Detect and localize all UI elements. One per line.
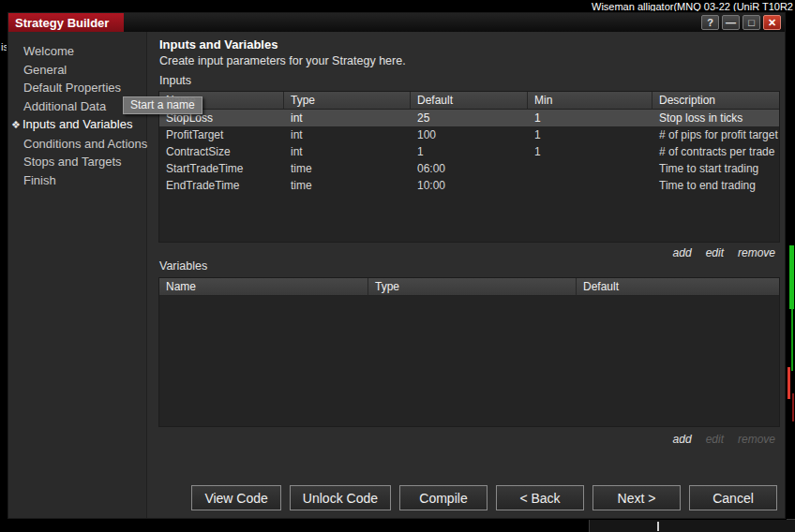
cell-default: 100 [411, 126, 528, 143]
compile-button[interactable]: Compile [399, 485, 488, 510]
chart-fragment-red-line [788, 367, 790, 399]
unlock-code-button[interactable]: Unlock Code [290, 485, 391, 510]
cell-min: 1 [528, 143, 652, 160]
maximize-button[interactable]: □ [742, 15, 760, 30]
chart-fragment-green-line [791, 309, 793, 371]
background-chart-title: Wiseman alligator(MNQ 03-22 (UniR T10R2 [592, 1, 793, 12]
variables-add-link[interactable]: add [673, 433, 692, 446]
sidebar-item-general[interactable]: General [8, 61, 146, 80]
cell-description: Stop loss in ticks [652, 110, 779, 126]
sidebar-item-default-properties[interactable]: Default Properties [8, 79, 146, 97]
variables-actions: add edit remove [673, 433, 775, 446]
sidebar-item-label: Inputs and Variables [22, 117, 133, 131]
cell-description: # of contracts per trade [652, 143, 779, 160]
column-header-type[interactable]: Type [284, 92, 411, 110]
sidebar-item-welcome[interactable]: Welcome [8, 42, 146, 61]
cell-type: time [284, 160, 411, 177]
chart-fragment-darkred-line [792, 393, 794, 421]
variables-remove-link: remove [738, 433, 775, 446]
help-button[interactable]: ? [701, 15, 719, 30]
variables-section-label: Variables [159, 259, 207, 273]
column-header-type[interactable]: Type [368, 278, 577, 296]
cell-description: Time to start trading [652, 160, 779, 177]
column-header-min[interactable]: Min [528, 92, 652, 110]
name-field-tooltip: Start a name [123, 96, 202, 114]
cell-name: EndTradeTime [159, 177, 284, 194]
table-row-profittarget[interactable]: ProfitTarget int 100 1 # of pips for pro… [159, 126, 779, 143]
page-subtitle: Create input parameters for your Strateg… [159, 54, 406, 67]
cell-type: int [284, 126, 411, 143]
variables-table: Name Type Default [158, 277, 780, 427]
cell-default: 1 [411, 143, 528, 160]
view-code-button[interactable]: View Code [191, 485, 280, 510]
cell-min [528, 177, 652, 194]
inputs-remove-link[interactable]: remove [738, 246, 775, 259]
column-header-default[interactable]: Default [577, 278, 779, 296]
inputs-add-link[interactable]: add [673, 246, 692, 259]
next-button[interactable]: Next > [592, 485, 681, 510]
cell-min: 1 [528, 110, 652, 126]
inputs-section-label: Inputs [159, 74, 191, 87]
page-title: Inputs and Variables [159, 37, 278, 52]
minimize-button[interactable]: — [722, 15, 740, 30]
variables-table-header: Name Type Default [159, 278, 779, 296]
cell-default: 06:00 [411, 160, 528, 177]
wizard-button-row: View Code Unlock Code Compile < Back Nex… [191, 485, 777, 510]
cell-name: StartTradeTime [159, 160, 284, 177]
cell-type: int [284, 143, 411, 160]
window-title: Strategy Builder [8, 13, 124, 32]
cell-type: int [284, 110, 411, 126]
inputs-table-header: Name Type Default Min Description [159, 92, 779, 110]
table-row-stoploss[interactable]: StopLoss int 25 1 Stop loss in ticks [159, 110, 779, 126]
back-button[interactable]: < Back [496, 485, 584, 510]
strategy-builder-window: Strategy Builder ? — □ ✕ Welcome General… [8, 12, 786, 519]
cell-type: time [284, 177, 411, 194]
sidebar-item-finish[interactable]: Finish [8, 171, 146, 190]
wizard-content: Inputs and Variables Create input parame… [148, 32, 785, 518]
sidebar-item-inputs-and-variables[interactable]: ❖Inputs and Variables [8, 115, 146, 135]
column-header-name[interactable]: Name [159, 278, 368, 296]
background-bottom-tick [657, 522, 659, 531]
table-row-contractsize[interactable]: ContractSize int 1 1 # of contracts per … [159, 143, 779, 160]
active-step-marker-icon: ❖ [11, 119, 21, 130]
inputs-actions: add edit remove [673, 246, 775, 259]
cell-default: 10:00 [411, 177, 528, 194]
sidebar-item-conditions-and-actions[interactable]: Conditions and Actions [8, 135, 146, 154]
cell-description: Time to end trading [652, 177, 779, 194]
cell-min [528, 160, 652, 177]
inputs-edit-link[interactable]: edit [706, 246, 724, 259]
title-bar[interactable]: Strategy Builder ? — □ ✕ [8, 13, 785, 32]
cancel-button[interactable]: Cancel [689, 485, 777, 510]
cell-name: ProfitTarget [159, 126, 284, 143]
column-header-default[interactable]: Default [411, 92, 528, 110]
close-button[interactable]: ✕ [763, 15, 781, 30]
table-row-starttradetime[interactable]: StartTradeTime time 06:00 Time to start … [159, 160, 779, 177]
variables-edit-link: edit [706, 433, 724, 446]
cell-name: ContractSize [159, 143, 284, 160]
background-bottom-panel [589, 519, 795, 532]
window-controls: ? — □ ✕ [701, 15, 781, 30]
cell-description: # of pips for profit target [652, 126, 779, 143]
cell-default: 25 [411, 110, 528, 126]
cell-min: 1 [528, 126, 652, 143]
column-header-description[interactable]: Description [652, 92, 779, 110]
inputs-table: Name Type Default Min Description StopLo… [158, 91, 780, 243]
chart-fragment-green-bar [789, 245, 794, 309]
sidebar-item-stops-and-targets[interactable]: Stops and Targets [8, 153, 146, 171]
table-row-endtradetime[interactable]: EndTradeTime time 10:00 Time to end trad… [159, 177, 779, 194]
